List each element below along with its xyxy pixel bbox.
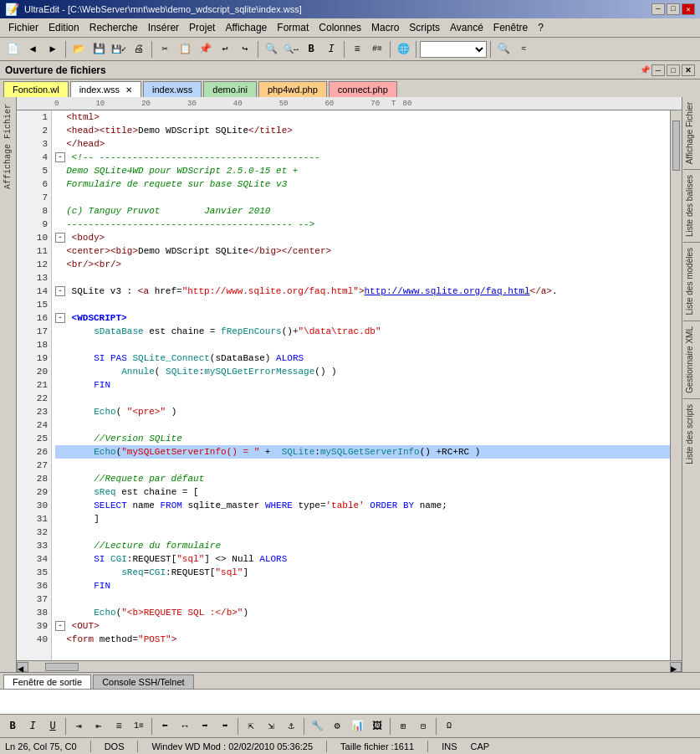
toolbar-print[interactable]: 🖨 — [130, 40, 148, 59]
code-text-11b: Demo WDScript SQLite — [138, 244, 248, 258]
status-div2 — [137, 741, 138, 752]
btn-list2[interactable]: ≡ — [110, 717, 128, 736]
menu-fenetre[interactable]: Fenêtre — [488, 20, 533, 35]
btn-outdent[interactable]: ⇤ — [89, 717, 108, 736]
scroll-up-arrow[interactable] — [671, 110, 682, 119]
tab-index-wss-active[interactable]: index.wss ✕ — [70, 81, 141, 97]
tab-ssh[interactable]: Console SSH/Telnet — [93, 674, 193, 689]
maximize-button[interactable]: □ — [667, 3, 680, 15]
toolbar-copy[interactable]: 📋 — [176, 40, 194, 59]
btn-align-j[interactable]: ⬌ — [216, 717, 234, 736]
panel-close-btn[interactable]: ✕ — [682, 64, 695, 76]
tab-connect[interactable]: connect.php — [329, 81, 397, 97]
left-sidebar-label[interactable]: Affichage Fichier — [3, 100, 13, 192]
toolbar-globe[interactable]: 🌐 — [394, 40, 412, 59]
toolbar-redo[interactable]: ↪ — [236, 40, 254, 59]
code-editor[interactable]: <html> <head><title>Demo WDScript SQLite… — [52, 110, 670, 660]
tab-php4wd[interactable]: php4wd.php — [258, 81, 327, 97]
title-bar-text: UltraEdit - [C:\WebServer\mnt\web\demo_w… — [24, 4, 302, 14]
toolbar-b[interactable]: B — [302, 40, 320, 59]
right-sidebar-xml[interactable]: Gestionnaire XML — [683, 321, 700, 398]
scroll-h-thumb[interactable] — [45, 663, 79, 671]
btn-num2[interactable]: 1≡ — [130, 717, 148, 736]
right-sidebar-scripts[interactable]: Liste des scripts — [683, 399, 700, 469]
code-area[interactable]: 1 2 3 4 5 6 7 8 9 10 11 12 13 14 15 16 1 — [17, 110, 682, 660]
menu-avance[interactable]: Avancé — [445, 20, 488, 35]
btn-align-c[interactable]: ↔ — [176, 717, 194, 736]
btn-extra1[interactable]: ⇱ — [242, 717, 260, 736]
panel-min-btn[interactable]: ─ — [651, 64, 665, 76]
btn-indent[interactable]: ⇥ — [69, 717, 88, 736]
tab-output[interactable]: Fenêtre de sortie — [3, 674, 91, 689]
toolbar-i[interactable]: I — [322, 40, 340, 59]
toolbar-forward[interactable]: ▶ — [43, 40, 62, 59]
tab-index-wss-2[interactable]: index.wss — [143, 81, 202, 97]
toolbar-list[interactable]: ≡ — [348, 40, 366, 59]
btn-extra7[interactable]: 🖼 — [368, 717, 386, 736]
panel-max-btn[interactable]: □ — [667, 64, 680, 76]
toolbar-paste[interactable]: 📌 — [196, 40, 214, 59]
toolbar-cut[interactable]: ✂ — [156, 40, 174, 59]
collapse-39[interactable]: - — [55, 621, 65, 631]
btn-extra4[interactable]: 🔧 — [308, 717, 326, 736]
menu-edition[interactable]: Edition — [43, 20, 84, 35]
toolbar-back[interactable]: ◀ — [23, 40, 42, 59]
code-text-36a — [55, 579, 94, 592]
btn-align-l[interactable]: ⬅ — [156, 717, 174, 736]
btn-extra5[interactable]: ⚙ — [328, 717, 346, 736]
collapse-16[interactable]: - — [55, 313, 65, 323]
toolbar-find[interactable]: 🔍 — [262, 40, 280, 59]
toolbar-num[interactable]: #≡ — [368, 40, 386, 59]
toolbar-new[interactable]: 📄 — [3, 40, 22, 59]
toolbar-null-dropdown[interactable]: NULL — [420, 41, 487, 58]
toolbar-undo[interactable]: ↩ — [216, 40, 234, 59]
minimize-button[interactable]: ─ — [651, 3, 665, 15]
menu-fichier[interactable]: Fichier — [3, 20, 43, 35]
btn-italic[interactable]: I — [23, 717, 42, 736]
toolbar-open[interactable]: 📂 — [69, 40, 88, 59]
vertical-scrollbar[interactable] — [670, 110, 682, 660]
toolbar-extra[interactable]: ≈ — [514, 40, 533, 59]
btn-extra3[interactable]: ⚓ — [282, 717, 300, 736]
tab-index-wss-close[interactable]: ✕ — [125, 85, 132, 95]
close-button[interactable]: ✕ — [682, 3, 695, 15]
code-text-34g: ] <> Null — [204, 552, 259, 566]
scroll-left-arrow[interactable]: ◀ — [17, 662, 28, 672]
btn-bold[interactable]: B — [3, 717, 22, 736]
btn-extra6[interactable]: 📊 — [348, 717, 366, 736]
right-sidebar-modeles[interactable]: Liste des modèles — [683, 243, 700, 321]
code-text-19d: SQLite_Connect — [132, 351, 209, 365]
menu-scripts[interactable]: Scripts — [404, 20, 445, 35]
tab-demo-ini[interactable]: demo.ini — [203, 81, 257, 97]
right-sidebar-affichage[interactable]: Affichage Fichier — [683, 97, 700, 169]
menu-projet[interactable]: Projet — [184, 20, 220, 35]
toolbar-search2[interactable]: 🔍 — [494, 40, 513, 59]
toolbar-replace[interactable]: 🔍↔ — [282, 40, 300, 59]
panel-pin-btn[interactable]: 📌 — [640, 65, 650, 74]
collapse-10[interactable]: - — [55, 233, 65, 243]
code-text-35b: sReq — [121, 566, 143, 579]
menu-format[interactable]: Format — [272, 20, 314, 35]
btn-align-r[interactable]: ➡ — [196, 717, 214, 736]
tab-fonction[interactable]: Fonction.wl — [3, 81, 69, 97]
right-sidebar-balises[interactable]: Liste des balises — [683, 170, 700, 242]
btn-table[interactable]: ⊞ — [394, 717, 412, 736]
collapse-4[interactable]: - — [55, 152, 65, 162]
toolbar-saveall[interactable]: 💾✓ — [110, 40, 128, 59]
scroll-thumb[interactable] — [672, 121, 680, 171]
toolbar-save[interactable]: 💾 — [89, 40, 108, 59]
code-text-34d: CGI — [110, 552, 127, 566]
menu-help[interactable]: ? — [533, 20, 549, 35]
collapse-14[interactable]: - — [55, 286, 65, 296]
horizontal-scrollbar[interactable]: ◀ ▶ — [17, 660, 682, 672]
btn-underline[interactable]: U — [43, 717, 62, 736]
menu-affichage[interactable]: Affichage — [220, 20, 272, 35]
btn-table2[interactable]: ⊟ — [414, 717, 432, 736]
menu-colonnes[interactable]: Colonnes — [314, 20, 366, 35]
btn-extra2[interactable]: ⇲ — [262, 717, 280, 736]
btn-extra8[interactable]: Ω — [440, 717, 458, 736]
menu-recherche[interactable]: Recherche — [84, 20, 143, 35]
menu-inserer[interactable]: Insérer — [143, 20, 184, 35]
menu-macro[interactable]: Macro — [366, 20, 404, 35]
scroll-right-arrow[interactable]: ▶ — [670, 662, 682, 672]
